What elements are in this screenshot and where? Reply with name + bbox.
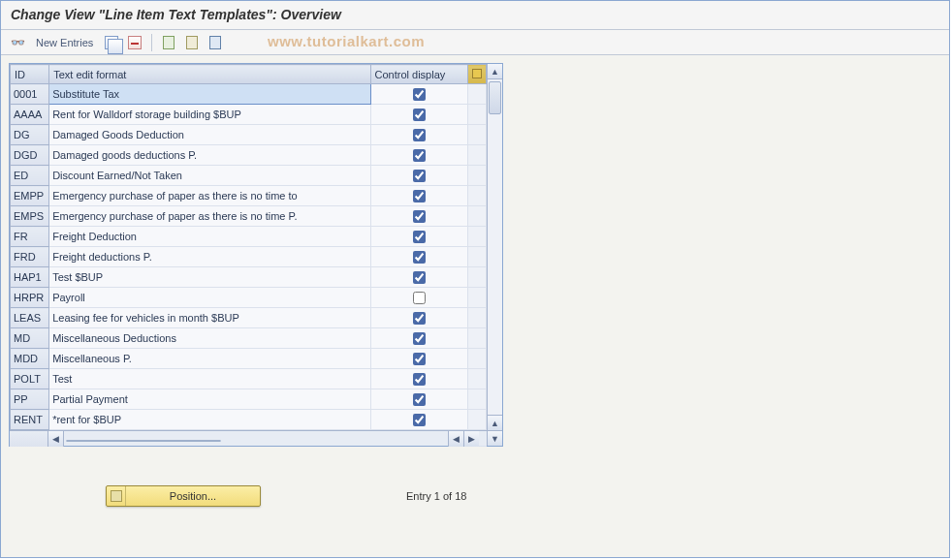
select-all-button[interactable] [160, 34, 177, 51]
cell-control-display[interactable] [370, 369, 467, 389]
cell-id[interactable]: DGD [11, 145, 49, 166]
table-row[interactable]: PPPartial Payment [11, 389, 487, 410]
control-display-checkbox[interactable] [413, 251, 426, 264]
control-display-checkbox[interactable] [413, 170, 426, 182]
cell-control-display[interactable] [370, 227, 467, 247]
cell-text-edit-format[interactable]: Test [49, 369, 370, 389]
cell-text-edit-format[interactable]: Rent for Walldorf storage building $BUP [49, 105, 370, 125]
scroll-right-button-2[interactable]: ▶ [463, 431, 479, 447]
delete-button[interactable] [126, 34, 143, 51]
cell-text-edit-format[interactable]: Miscellaneous P. [49, 349, 370, 369]
table-row[interactable]: FRDFreight deductions P. [11, 247, 487, 267]
new-entries-button[interactable]: New Entries [32, 37, 97, 48]
control-display-checkbox[interactable] [413, 231, 426, 243]
cell-text-edit-format[interactable]: Emergency purchase of paper as there is … [49, 206, 370, 227]
cell-id[interactable]: EMPS [11, 206, 49, 227]
cell-id[interactable]: HRPR [11, 288, 49, 308]
table-row[interactable]: LEASLeasing fee for vehicles in month $B… [11, 308, 487, 328]
cell-control-display[interactable] [370, 328, 467, 349]
select-block-button[interactable] [183, 34, 201, 51]
table-row[interactable]: EMPSEmergency purchase of paper as there… [11, 206, 487, 227]
table-row[interactable]: POLTTest [11, 369, 487, 389]
vscroll-thumb[interactable] [489, 81, 501, 114]
table-row[interactable]: EDDiscount Earned/Not Taken [11, 166, 487, 186]
position-button[interactable]: Position... [106, 485, 261, 507]
cell-control-display[interactable] [370, 267, 467, 288]
cell-control-display[interactable] [370, 288, 467, 308]
table-row[interactable]: MDMiscellaneous Deductions [11, 328, 487, 349]
scroll-left-button-2[interactable]: ◀ [448, 431, 463, 447]
table-row[interactable]: EMPPEmergency purchase of paper as there… [11, 186, 487, 206]
table-row[interactable]: RENT*rent for $BUP [11, 410, 487, 430]
column-header-control-display[interactable]: Control display [370, 65, 467, 84]
vertical-scrollbar[interactable]: ▲ ▲ ▼ [487, 64, 502, 446]
cell-control-display[interactable] [370, 349, 467, 369]
cell-id[interactable]: HAP1 [11, 267, 49, 288]
table-settings-button[interactable] [467, 65, 486, 84]
cell-control-display[interactable] [370, 84, 467, 105]
copy-as-button[interactable] [103, 34, 120, 51]
cell-id[interactable]: AAAA [11, 105, 49, 125]
control-display-checkbox[interactable] [413, 271, 426, 284]
cell-control-display[interactable] [370, 186, 467, 206]
control-display-checkbox[interactable] [413, 88, 426, 101]
table-row[interactable]: HRPRPayroll [11, 288, 487, 308]
table-row[interactable]: 0001Substitute Tax [11, 84, 487, 105]
table-row[interactable]: DGDamaged Goods Deduction [11, 125, 487, 145]
column-header-id[interactable]: ID [11, 65, 49, 84]
cell-id[interactable]: POLT [11, 369, 49, 389]
cell-text-edit-format[interactable]: Emergency purchase of paper as there is … [49, 186, 370, 206]
cell-text-edit-format[interactable]: *rent for $BUP [49, 410, 370, 430]
table-row[interactable]: HAP1Test $BUP [11, 267, 487, 288]
control-display-checkbox[interactable] [413, 129, 426, 141]
cell-id[interactable]: FRD [11, 247, 49, 267]
control-display-checkbox[interactable] [413, 312, 426, 325]
scroll-up-button-2[interactable]: ▲ [488, 415, 502, 430]
hscroll-thumb[interactable] [66, 440, 221, 442]
cell-control-display[interactable] [370, 166, 467, 186]
horizontal-scrollbar-left[interactable]: ◀ ▶ [10, 430, 487, 446]
cell-text-edit-format[interactable]: Discount Earned/Not Taken [49, 166, 370, 186]
control-display-checkbox[interactable] [413, 190, 426, 202]
cell-id[interactable]: ED [11, 166, 49, 186]
cell-control-display[interactable] [370, 389, 467, 410]
cell-text-edit-format[interactable]: Miscellaneous Deductions [49, 328, 370, 349]
control-display-checkbox[interactable] [413, 353, 426, 365]
cell-text-edit-format[interactable]: Payroll [49, 288, 370, 308]
cell-id[interactable]: DG [11, 125, 49, 145]
cell-control-display[interactable] [370, 247, 467, 267]
horizontal-scrollbar-right[interactable]: ◀ ▶ [448, 430, 487, 446]
cell-id[interactable]: MDD [11, 349, 49, 369]
cell-id[interactable]: EMPP [11, 186, 49, 206]
control-display-checkbox[interactable] [413, 414, 426, 426]
table-row[interactable]: MDDMiscellaneous P. [11, 349, 487, 369]
cell-id[interactable]: RENT [11, 410, 49, 430]
cell-text-edit-format[interactable]: Damaged Goods Deduction [49, 125, 370, 145]
cell-control-display[interactable] [370, 410, 467, 430]
column-header-text[interactable]: Text edit format [49, 65, 370, 84]
table-row[interactable]: AAAARent for Walldorf storage building $… [11, 105, 487, 125]
control-display-checkbox[interactable] [413, 332, 426, 345]
cell-text-edit-format[interactable]: Freight deductions P. [49, 247, 370, 267]
cell-control-display[interactable] [370, 125, 467, 145]
cell-text-edit-format[interactable]: Substitute Tax [49, 84, 370, 105]
control-display-checkbox[interactable] [413, 210, 426, 223]
cell-id[interactable]: LEAS [11, 308, 49, 328]
toggle-display-change-button[interactable] [9, 34, 26, 51]
scroll-left-button[interactable]: ◀ [48, 431, 64, 447]
cell-id[interactable]: 0001 [11, 84, 49, 105]
cell-id[interactable]: FR [11, 227, 49, 247]
cell-control-display[interactable] [370, 206, 467, 227]
cell-text-edit-format[interactable]: Freight Deduction [49, 227, 370, 247]
cell-id[interactable]: MD [11, 328, 49, 349]
scroll-up-button[interactable]: ▲ [488, 64, 502, 79]
table-row[interactable]: FRFreight Deduction [11, 227, 487, 247]
control-display-checkbox[interactable] [413, 109, 426, 121]
cell-control-display[interactable] [370, 308, 467, 328]
control-display-checkbox[interactable] [413, 149, 426, 162]
control-display-checkbox[interactable] [413, 393, 426, 406]
vscroll-track[interactable] [488, 79, 502, 415]
table-row[interactable]: DGDDamaged goods deductions P. [11, 145, 487, 166]
deselect-all-button[interactable] [206, 34, 224, 51]
scroll-down-button[interactable]: ▼ [488, 430, 502, 446]
